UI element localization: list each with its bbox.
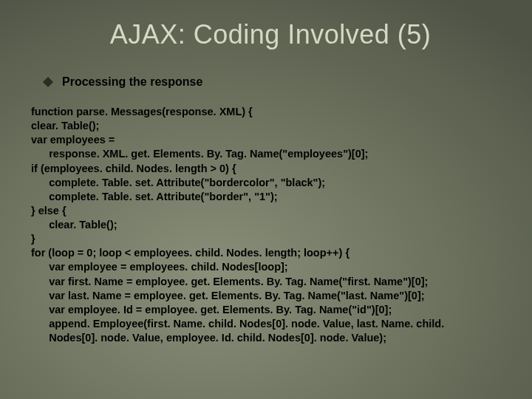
code-block: function parse. Messages(response. XML) … xyxy=(31,105,502,345)
bullet-row: Processing the response xyxy=(44,75,502,89)
diamond-bullet-icon xyxy=(43,77,53,87)
slide: AJAX: Coding Involved (5) Processing the… xyxy=(0,0,532,399)
slide-title: AJAX: Coding Involved (5) xyxy=(38,19,502,50)
bullet-text: Processing the response xyxy=(62,75,202,89)
